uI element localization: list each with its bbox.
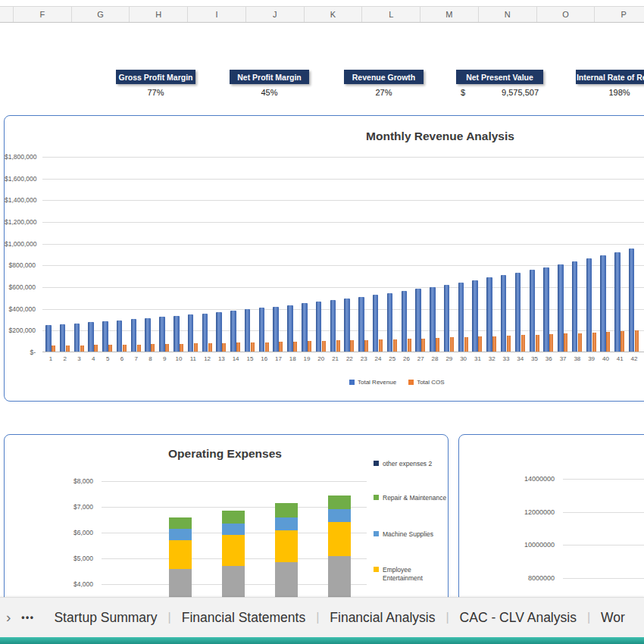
column-header[interactable]: P xyxy=(595,7,644,22)
revenue-bar xyxy=(74,324,80,352)
x-tick-label: 5 xyxy=(101,355,114,362)
sheet-tab[interactable]: CAC - CLV Analysis xyxy=(449,610,587,626)
cos-bar xyxy=(478,336,482,352)
revenue-bar xyxy=(572,261,578,352)
y-tick-label: 8000000 xyxy=(509,574,555,582)
revenue-bar xyxy=(458,283,464,352)
legend-swatch xyxy=(374,495,379,500)
cos-bar xyxy=(564,333,567,352)
revenue-bar xyxy=(188,314,194,352)
kpi-value-gross-profit-margin: 77% xyxy=(116,88,195,97)
sheet-tab[interactable]: Startup Summary xyxy=(43,610,167,626)
revenue-bar xyxy=(102,321,108,352)
revenue-bar xyxy=(629,249,635,352)
sheet-nav-next-icon[interactable]: › xyxy=(6,609,11,626)
x-tick-label: 24 xyxy=(371,355,385,362)
revenue-chart-panel: Monthly Revenue Analysis $1,800,000$1,60… xyxy=(4,115,644,402)
x-tick-label: 3 xyxy=(73,355,86,362)
cos-bar xyxy=(236,342,240,352)
legend-item: Total COS xyxy=(408,379,444,386)
revenue-bar xyxy=(373,295,379,352)
y-tick-label: $400,000 xyxy=(5,305,36,313)
column-header[interactable]: O xyxy=(537,7,596,22)
column-header[interactable]: M xyxy=(420,7,479,22)
legend-swatch xyxy=(374,461,379,466)
gridline xyxy=(563,479,644,480)
sheet-tab[interactable]: Financial Analysis xyxy=(319,610,445,626)
revenue-bar xyxy=(202,314,208,352)
x-tick-label: 15 xyxy=(243,355,257,362)
gridline xyxy=(563,512,644,513)
revenue-bar xyxy=(159,317,165,352)
kpi-label-revenue-growth: Revenue Growth xyxy=(344,70,424,84)
x-tick-label: 28 xyxy=(428,355,442,362)
revenue-legend: Total RevenueTotal COS xyxy=(349,379,445,386)
column-header[interactable]: I xyxy=(188,7,246,22)
revenue-plot xyxy=(42,157,644,352)
revenue-bar xyxy=(117,320,123,352)
column-header[interactable]: N xyxy=(479,7,537,22)
kpi-value-net-profit-margin: 45% xyxy=(230,88,309,97)
x-tick-label: 37 xyxy=(556,355,570,362)
legend-swatch xyxy=(374,567,379,572)
revenue-bar xyxy=(259,308,265,352)
revenue-bar xyxy=(387,293,393,352)
y-tick-label: $1,400,000 xyxy=(5,196,36,204)
cos-bar xyxy=(606,332,610,352)
revenue-bar xyxy=(344,299,350,352)
column-header[interactable]: G xyxy=(72,7,130,22)
y-tick-label: 14000000 xyxy=(509,475,555,483)
cos-bar xyxy=(450,337,454,352)
revenue-bar xyxy=(174,316,180,352)
revenue-bar xyxy=(302,303,308,352)
x-tick-label: 33 xyxy=(499,355,513,362)
y-tick-label: 12000000 xyxy=(509,508,555,516)
column-header[interactable]: L xyxy=(362,7,420,22)
revenue-x-axis-labels: 1234567891011121314151617181920212223242… xyxy=(5,355,644,364)
column-header[interactable]: F xyxy=(14,7,72,22)
x-tick-label: 25 xyxy=(386,355,399,362)
legend-swatch xyxy=(408,380,414,385)
y-tick-label: $600,000 xyxy=(5,283,36,291)
revenue-bar xyxy=(287,305,293,352)
x-tick-label: 32 xyxy=(485,355,499,362)
legend-label: Employee Entertainment xyxy=(383,566,449,582)
revenue-bar xyxy=(586,258,592,352)
status-bar-strip xyxy=(0,637,644,644)
cos-bar xyxy=(379,339,383,352)
column-header[interactable]: J xyxy=(246,7,305,22)
gridline xyxy=(42,200,644,201)
kpi-label-gross-profit-margin: Gross Profit Margin xyxy=(116,70,195,84)
x-tick-label: 1 xyxy=(44,355,58,362)
cos-bar xyxy=(336,340,340,352)
revenue-bar xyxy=(245,309,251,352)
cos-bar xyxy=(507,336,511,352)
column-header[interactable]: H xyxy=(130,7,188,22)
sheet-tab-overflow-icon[interactable]: ••• xyxy=(21,612,34,623)
sheet-tab[interactable]: Wor xyxy=(590,610,636,626)
cos-bar xyxy=(635,330,639,352)
sheet-tab[interactable]: Financial Statements xyxy=(171,610,316,626)
revenue-bar xyxy=(515,273,521,352)
cos-bar xyxy=(151,344,155,352)
x-tick-label: 36 xyxy=(542,355,555,362)
revenue-bar xyxy=(330,300,336,352)
cos-bar xyxy=(108,345,112,352)
x-tick-label: 18 xyxy=(286,355,299,362)
legend-item: Machine Supplies xyxy=(374,530,449,539)
x-tick-label: 9 xyxy=(158,355,171,362)
revenue-bar xyxy=(145,318,151,352)
revenue-bar xyxy=(444,285,450,352)
y-tick-label: $800,000 xyxy=(5,261,36,269)
column-header[interactable]: K xyxy=(305,7,363,22)
legend-label: other expenses 2 xyxy=(383,460,432,468)
revenue-bar xyxy=(600,255,606,352)
cos-bar xyxy=(592,333,596,352)
revenue-bar xyxy=(430,287,436,352)
x-tick-label: 11 xyxy=(186,355,200,362)
cos-bar xyxy=(66,345,70,352)
revenue-bar xyxy=(230,311,236,352)
cos-bar xyxy=(364,340,368,352)
gridline xyxy=(42,179,644,180)
cos-bar xyxy=(222,343,226,352)
